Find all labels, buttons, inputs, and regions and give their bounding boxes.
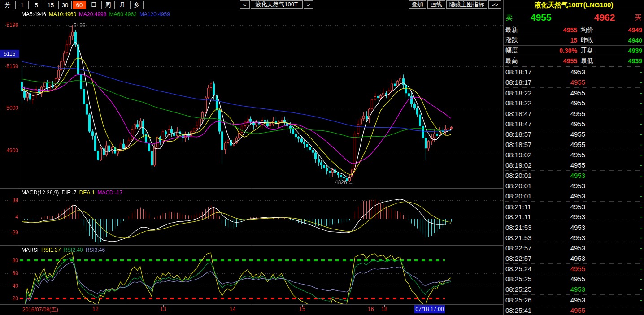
y-axis-tick-label: 80	[0, 257, 18, 263]
tick-volume: -	[640, 141, 642, 148]
quote-stat-row: 最高4955最低4939	[504, 56, 644, 66]
ma-indicator-labels: MA5:4946MA10:4960MA20:4998MA60:4962MA120…	[22, 11, 173, 17]
tick-time: 08:25:24	[505, 265, 547, 272]
date-axis-label: 15	[299, 306, 305, 312]
symbol-select-button[interactable]: 液化天然气100T	[251, 0, 303, 9]
indicator-value-label: MA20:4998	[79, 11, 106, 17]
tick-time: 08:18:47	[505, 110, 547, 117]
tick-time: 08:25:25	[505, 275, 547, 283]
period-button-60[interactable]: 60	[73, 1, 86, 9]
tick-price: 4955	[547, 110, 585, 117]
period-button-日[interactable]: 日	[87, 1, 100, 9]
indicator-value-label: MA10:4960	[49, 11, 76, 17]
tick-price: 4953	[547, 182, 585, 190]
period-button-多[interactable]: 多	[130, 1, 144, 9]
period-button-分[interactable]: 分	[1, 1, 14, 9]
period-button-15[interactable]: 15	[44, 1, 57, 9]
tick-volume: -	[640, 89, 642, 97]
tick-time: 08:20:01	[505, 192, 547, 200]
overlay-button[interactable]: 叠加	[409, 0, 426, 9]
indicator-value-label: RSI1:37	[41, 247, 61, 253]
tick-price: 4953	[547, 296, 585, 304]
tick-price: 4955	[547, 306, 585, 314]
period-button-group: 分15153060日周月多	[0, 1, 144, 9]
tick-volume: -	[640, 151, 642, 159]
tick-time: 08:18:17	[505, 68, 547, 76]
tick-row: 08:18:574955-	[504, 129, 644, 139]
period-button-月[interactable]: 月	[116, 1, 129, 9]
indicator-value-label: MA60:4962	[109, 11, 136, 17]
tick-volume: -	[640, 182, 642, 190]
sell-price: 4955	[531, 12, 552, 23]
tick-row: 08:25:254953-	[504, 284, 644, 294]
tick-row: 08:18:224955-	[504, 98, 644, 108]
tick-volume: -	[640, 244, 642, 252]
tick-row: 08:22:574953-	[504, 253, 644, 263]
tick-price: 4953	[547, 255, 585, 262]
date-axis-label: 12	[92, 306, 98, 312]
next-symbol-button[interactable]: >	[304, 0, 313, 9]
indicator-value-label: MACD(12,26,9)	[22, 190, 59, 196]
tick-time: 08:18:17	[505, 78, 547, 86]
tick-price: 4955	[547, 99, 585, 107]
price-annotation: ←5196	[68, 22, 86, 29]
tick-volume: -	[640, 68, 642, 76]
indicator-value-label: MA5:4946	[22, 11, 46, 17]
tick-volume: -	[640, 161, 642, 169]
tick-time: 08:20:01	[505, 172, 547, 179]
tick-list[interactable]: 08:18:174953-08:18:174955-08:18:224955-0…	[504, 66, 644, 315]
top-toolbar: 分15153060日周月多 < 液化天然气100T > 叠加画线隐藏主图指标>>	[0, 0, 503, 10]
chart-tools-group: 叠加画线隐藏主图指标>>	[408, 0, 501, 9]
quote-stat-cell: 涨跌	[505, 36, 524, 44]
quote-stat-cell: 4955	[524, 57, 577, 65]
date-axis-label: 16	[368, 306, 374, 312]
tick-volume: -	[640, 130, 642, 138]
quote-stat-cell: 最高	[505, 57, 524, 65]
tick-price: 4953	[547, 224, 585, 231]
tick-time: 08:18:47	[505, 120, 547, 128]
tick-price: 4955	[547, 130, 585, 138]
prev-symbol-button[interactable]: <	[240, 0, 250, 9]
tick-price: 4955	[547, 265, 585, 272]
period-button-周[interactable]: 周	[101, 1, 115, 9]
y-axis-tick-label: 40	[0, 283, 18, 289]
indicator-value-label: RSI2:40	[63, 247, 83, 253]
period-button-5[interactable]: 5	[30, 1, 43, 9]
indicator-value-label: DIF:-7	[61, 190, 76, 196]
quote-stat-row: 涨跌15昨收4940	[504, 35, 644, 46]
period-button-30[interactable]: 30	[58, 1, 72, 9]
quote-stat-cell: 15	[524, 37, 577, 44]
more-tools-button[interactable]: >>	[488, 0, 501, 9]
tick-time: 08:22:57	[505, 244, 547, 252]
price-chart-canvas[interactable]	[0, 0, 503, 315]
y-axis-tick-label: 5000	[0, 105, 18, 111]
tick-row: 08:19:024955-	[504, 150, 644, 160]
tick-volume: -	[640, 203, 642, 211]
tick-volume: -	[640, 224, 642, 231]
tick-time: 08:21:11	[505, 203, 547, 211]
tick-price: 4953	[547, 285, 585, 293]
quote-stat-cell: 昨收	[577, 36, 600, 44]
tick-price: 4953	[547, 192, 585, 200]
tick-time: 08:18:57	[505, 141, 547, 148]
tick-time: 08:22:57	[505, 255, 547, 262]
y-axis-tick-label: 20	[0, 295, 18, 302]
period-button-1[interactable]: 1	[15, 1, 29, 9]
tick-volume: -	[640, 275, 642, 283]
tick-row: 08:21:534953-	[504, 222, 644, 232]
quote-stat-cell: 最低	[577, 57, 600, 65]
buy-label: 买	[635, 13, 641, 22]
annotation-text: 4826	[335, 179, 347, 186]
tick-price: 4953	[547, 244, 585, 252]
tick-price: 4955	[547, 275, 585, 283]
tick-row: 08:19:024955-	[504, 160, 644, 170]
buy-price: 4962	[594, 12, 615, 23]
quote-stat-cell: 0.30%	[524, 47, 577, 54]
tick-price: 4955	[547, 161, 585, 169]
tick-time: 08:21:53	[505, 234, 547, 242]
drawline-button[interactable]: 画线	[427, 0, 445, 9]
arrow-right-icon: →	[348, 179, 354, 186]
tick-row: 08:20:014953-	[504, 170, 644, 181]
hide-indicator-button[interactable]: 隐藏主图指标	[446, 0, 487, 9]
tick-row: 08:18:574955-	[504, 139, 644, 150]
